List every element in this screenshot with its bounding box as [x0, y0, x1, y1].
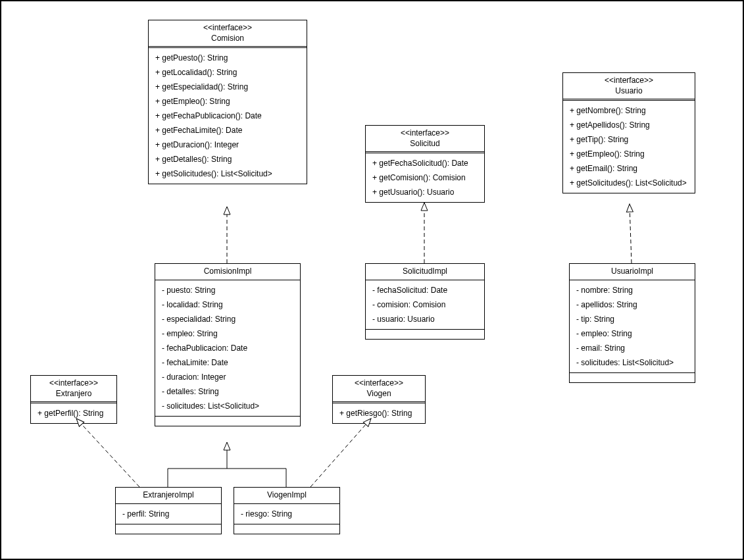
uml-canvas: <<interface>> Comision + getPuesto(): St…: [0, 0, 744, 560]
class-header: <<interface>> Usuario: [563, 73, 695, 101]
class-name: Comision: [211, 34, 244, 43]
member: + getUsuario(): Usuario: [366, 185, 484, 199]
svg-line-2: [630, 204, 632, 263]
class-name: UsuarioImpl: [611, 267, 653, 276]
member: - fechaLimite: Date: [155, 355, 300, 370]
class-body: - perfil: String: [116, 504, 221, 524]
class-name: Usuario: [615, 86, 642, 95]
class-header: ExtranjeroImpl: [116, 488, 221, 504]
class-solicitud: <<interface>> Solicitud + getFechaSolici…: [365, 125, 485, 203]
member: + getPerfil(): String: [31, 406, 116, 420]
class-viogenimpl: ViogenImpl - riesgo: String: [234, 487, 340, 534]
member: + getSolicitudes(): List<Solicitud>: [149, 166, 307, 181]
class-body: - nombre: String - apellidos: String - t…: [570, 280, 695, 372]
class-solicitudimpl: SolicitudImpl - fechaSolicitud: Date - c…: [365, 263, 485, 340]
class-header: <<interface>> Comision: [149, 20, 307, 48]
member: + getRiesgo(): String: [333, 406, 425, 420]
member: - duracion: Integer: [155, 370, 300, 384]
member: + getEmpleo(): String: [149, 94, 307, 109]
class-comision: <<interface>> Comision + getPuesto(): St…: [148, 20, 307, 184]
class-body: - puesto: String - localidad: String - e…: [155, 280, 300, 416]
member: + getDetalles(): String: [149, 152, 307, 166]
member: - comision: Comision: [366, 297, 484, 312]
class-header: <<interface>> Extranjero: [31, 376, 116, 403]
member: - usuario: Usuario: [366, 312, 484, 326]
class-name: Solicitud: [410, 139, 439, 148]
member: + getEmail(): String: [563, 161, 695, 176]
class-usuario: <<interface>> Usuario + getNombre(): Str…: [562, 72, 695, 193]
member: - tip: String: [570, 312, 695, 326]
class-footer: [234, 524, 339, 534]
member: - nombre: String: [570, 283, 695, 297]
member: + getSolicitudes(): List<Solicitud>: [563, 176, 695, 190]
class-header: <<interface>> Solicitud: [366, 126, 484, 153]
member: + getTip(): String: [563, 132, 695, 147]
class-extranjeroimpl: ExtranjeroImpl - perfil: String: [115, 487, 222, 534]
class-footer: [116, 524, 221, 534]
class-footer: [570, 372, 695, 382]
member: - apellidos: String: [570, 297, 695, 312]
member: + getApellidos(): String: [563, 118, 695, 132]
stereotype: <<interface>>: [36, 378, 111, 389]
member: - empleo: String: [155, 326, 300, 341]
class-footer: [366, 329, 484, 339]
class-comisionimpl: ComisionImpl - puesto: String - localida…: [155, 263, 301, 426]
member: + getEmpleo(): String: [563, 147, 695, 161]
class-body: + getPuesto(): String + getLocalidad(): …: [149, 48, 307, 184]
member: - perfil: String: [116, 507, 221, 521]
member: + getFechaPublicacion(): Date: [149, 109, 307, 123]
class-body: + getRiesgo(): String: [333, 403, 425, 423]
svg-line-7: [76, 419, 139, 487]
class-body: + getPerfil(): String: [31, 403, 116, 423]
member: - localidad: String: [155, 297, 300, 312]
member: - detalles: String: [155, 384, 300, 399]
member: + getFechaLimite(): Date: [149, 123, 307, 138]
member: + getNombre(): String: [563, 103, 695, 118]
member: + getPuesto(): String: [149, 51, 307, 65]
class-name: ExtranjeroImpl: [143, 490, 193, 499]
stereotype: <<interface>>: [568, 76, 689, 86]
member: - fechaPublicacion: Date: [155, 341, 300, 355]
member: + getComision(): Comision: [366, 170, 484, 185]
member: - especialidad: String: [155, 312, 300, 326]
member: - solicitudes: List<Solicitud>: [570, 355, 695, 370]
class-name: Viogen: [366, 389, 391, 398]
class-name: ViogenImpl: [267, 490, 307, 499]
class-body: + getNombre(): String + getApellidos(): …: [563, 101, 695, 193]
member: - puesto: String: [155, 283, 300, 297]
member: - email: String: [570, 341, 695, 355]
class-name: Extranjero: [56, 389, 92, 398]
member: - empleo: String: [570, 326, 695, 341]
stereotype: <<interface>>: [154, 23, 301, 34]
member: - fechaSolicitud: Date: [366, 283, 484, 297]
class-header: SolicitudImpl: [366, 264, 484, 280]
class-body: + getFechaSolicitud(): Date + getComisio…: [366, 153, 484, 202]
class-footer: [155, 416, 300, 426]
svg-line-8: [310, 419, 371, 487]
class-header: <<interface>> Viogen: [333, 376, 425, 403]
member: + getFechaSolicitud(): Date: [366, 156, 484, 170]
class-extranjero: <<interface>> Extranjero + getPerfil(): …: [30, 375, 117, 424]
class-usuarioimpl: UsuarioImpl - nombre: String - apellidos…: [569, 263, 695, 383]
member: + getEspecialidad(): String: [149, 80, 307, 94]
member: - riesgo: String: [234, 507, 339, 521]
class-viogen: <<interface>> Viogen + getRiesgo(): Stri…: [332, 375, 426, 424]
class-header: UsuarioImpl: [570, 264, 695, 280]
stereotype: <<interface>>: [371, 128, 479, 139]
class-header: ComisionImpl: [155, 264, 300, 280]
class-body: - riesgo: String: [234, 504, 339, 524]
member: + getLocalidad(): String: [149, 65, 307, 80]
stereotype: <<interface>>: [338, 378, 420, 389]
class-name: SolicitudImpl: [403, 267, 447, 276]
class-header: ViogenImpl: [234, 488, 339, 504]
class-body: - fechaSolicitud: Date - comision: Comis…: [366, 280, 484, 329]
member: - solicitudes: List<Solicitud>: [155, 399, 300, 413]
member: + getDuracion(): Integer: [149, 138, 307, 152]
class-name: ComisionImpl: [204, 267, 252, 276]
